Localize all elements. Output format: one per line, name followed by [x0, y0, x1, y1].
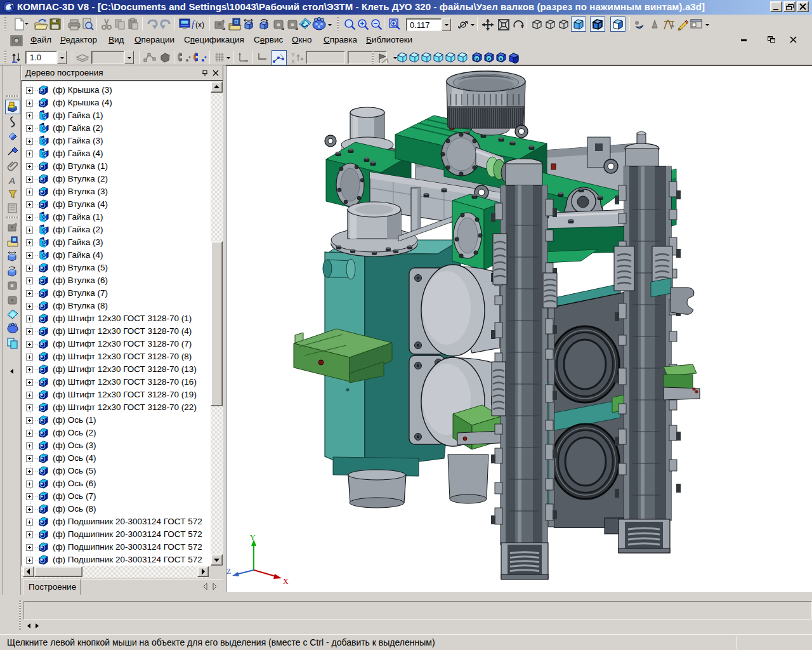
svg-text:x: x — [499, 56, 502, 62]
svg-text:(x): (x) — [195, 20, 204, 29]
svg-text:z: z — [488, 56, 490, 62]
svg-text:Y: Y — [250, 533, 256, 542]
svg-text:A: A — [8, 175, 15, 186]
svg-text:Z: Z — [226, 567, 231, 576]
svg-text:y: y — [475, 56, 478, 62]
svg-text:X: X — [291, 58, 295, 65]
svg-text:X: X — [283, 577, 289, 586]
svg-text:Y: Y — [291, 51, 295, 58]
